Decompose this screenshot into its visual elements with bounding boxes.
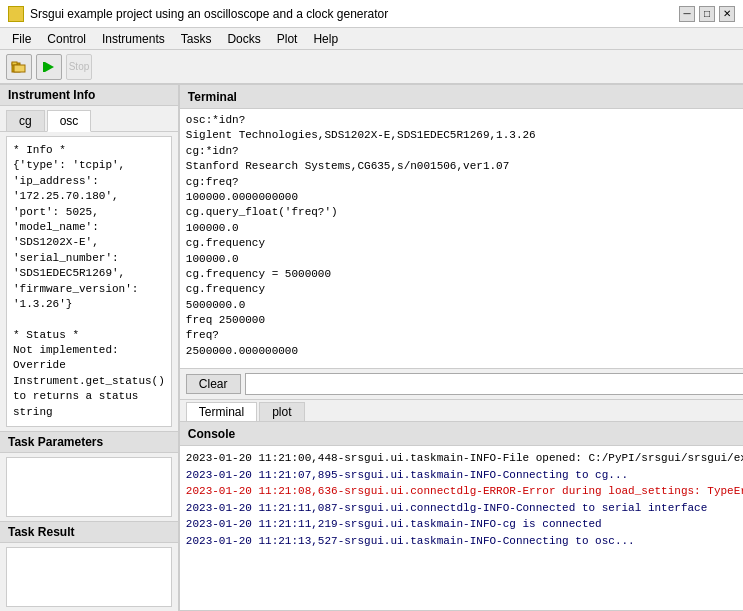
info-line-1: * Info * — [13, 143, 165, 158]
console-title: Console — [188, 427, 235, 441]
tab-osc[interactable]: osc — [47, 110, 92, 132]
close-button[interactable]: ✕ — [719, 6, 735, 22]
terminal-line: 5000000.0 — [186, 298, 743, 313]
terminal-input[interactable] — [245, 373, 743, 395]
menu-control[interactable]: Control — [39, 30, 94, 48]
maximize-button[interactable]: □ — [699, 6, 715, 22]
right-panel: Terminal ✕ osc:*idn?Siglent Technologies… — [179, 84, 743, 611]
terminal-line: 100000.0 — [186, 221, 743, 236]
task-parameters-content — [6, 457, 172, 517]
left-panel: Instrument Info cg osc * Info * {'type':… — [0, 84, 179, 611]
menu-help[interactable]: Help — [305, 30, 346, 48]
terminal-line: cg:*idn? — [186, 144, 743, 159]
instrument-info-content: * Info * {'type': 'tcpip', 'ip_address':… — [6, 136, 172, 427]
minimize-button[interactable]: ─ — [679, 6, 695, 22]
terminal-line: osc:*idn? — [186, 113, 743, 128]
task-result-content — [6, 547, 172, 607]
menu-file[interactable]: File — [4, 30, 39, 48]
terminal-line: 2500000.000000000 — [186, 344, 743, 359]
stop-label: Stop — [69, 61, 90, 72]
info-line-2: {'type': 'tcpip', 'ip_address': '172.25.… — [13, 158, 165, 204]
console-panel-header: Console ✕ — [179, 421, 743, 445]
svg-rect-4 — [43, 62, 45, 72]
console-line: 2023-01-20 11:21:13,527-srsgui.ui.taskma… — [186, 533, 743, 550]
terminal-line: cg.frequency = 5000000 — [186, 267, 743, 282]
menu-tasks[interactable]: Tasks — [173, 30, 220, 48]
menu-docks[interactable]: Docks — [219, 30, 268, 48]
task-parameters-section: Task Parameters — [0, 431, 178, 521]
open-button[interactable] — [6, 54, 32, 80]
info-status-header: * Status * — [13, 328, 165, 343]
info-line-3: 'port': 5025, 'model_name': 'SDS1202X-E'… — [13, 205, 165, 251]
info-status-line2: Instrument.get_status() to returns a sta… — [13, 374, 165, 420]
terminal-panel-header: Terminal ✕ — [179, 84, 743, 108]
terminal-tabs-bar: Terminal plot — [179, 399, 743, 421]
menu-bar: File Control Instruments Tasks Docks Plo… — [0, 28, 743, 50]
title-bar-left: Srsgui example project using an oscillos… — [8, 6, 388, 22]
instrument-info-header: Instrument Info — [0, 84, 178, 106]
main-layout: Instrument Info cg osc * Info * {'type':… — [0, 84, 743, 611]
terminal-input-bar: Clear Send — [179, 368, 743, 399]
task-result-section: Task Result — [0, 521, 178, 611]
console-line: 2023-01-20 11:21:08,636-srsgui.ui.connec… — [186, 483, 743, 500]
title-bar-controls: ─ □ ✕ — [679, 6, 735, 22]
terminal-line: 100000.0 — [186, 252, 743, 267]
terminal-line: Siglent Technologies,SDS1202X-E,SDS1EDEC… — [186, 128, 743, 143]
terminal-tab-terminal[interactable]: Terminal — [186, 402, 257, 421]
task-result-header: Task Result — [0, 521, 178, 543]
info-line-5: 'firmware_version': '1.3.26'} — [13, 282, 165, 313]
terminal-section: Terminal ✕ osc:*idn?Siglent Technologies… — [179, 84, 743, 421]
app-icon — [8, 6, 24, 22]
run-button[interactable] — [36, 54, 62, 80]
console-line: 2023-01-20 11:21:11,087-srsgui.ui.connec… — [186, 500, 743, 517]
window-title: Srsgui example project using an oscillos… — [30, 7, 388, 21]
menu-plot[interactable]: Plot — [269, 30, 306, 48]
console-section: Console ✕ 2023-01-20 11:21:00,448-srsgui… — [179, 421, 743, 611]
tab-cg[interactable]: cg — [6, 110, 45, 131]
stop-button[interactable]: Stop — [66, 54, 92, 80]
info-status-line1: Not implemented: Override — [13, 343, 165, 374]
toolbar: Stop — [0, 50, 743, 84]
terminal-line: 100000.0000000000 — [186, 190, 743, 205]
instrument-info-section: Instrument Info cg osc * Info * {'type':… — [0, 84, 178, 431]
svg-rect-2 — [14, 65, 25, 72]
console-line: 2023-01-20 11:21:07,895-srsgui.ui.taskma… — [186, 467, 743, 484]
instrument-tabs-bar: cg osc — [0, 106, 178, 132]
info-line-4: 'serial_number': 'SDS1EDEC5R1269', — [13, 251, 165, 282]
console-line: 2023-01-20 11:21:00,448-srsgui.ui.taskma… — [186, 450, 743, 467]
terminal-line: freq 2500000 — [186, 313, 743, 328]
task-parameters-header: Task Parameters — [0, 431, 178, 453]
title-bar: Srsgui example project using an oscillos… — [0, 0, 743, 28]
terminal-line: cg.frequency — [186, 236, 743, 251]
svg-marker-3 — [45, 62, 54, 72]
console-output: 2023-01-20 11:21:00,448-srsgui.ui.taskma… — [179, 445, 743, 611]
menu-instruments[interactable]: Instruments — [94, 30, 173, 48]
terminal-line: cg:freq? — [186, 175, 743, 190]
terminal-output: osc:*idn?Siglent Technologies,SDS1202X-E… — [179, 108, 743, 368]
terminal-tab-plot[interactable]: plot — [259, 402, 304, 421]
terminal-line: Stanford Research Systems,CG635,s/n00150… — [186, 159, 743, 174]
clear-button[interactable]: Clear — [186, 374, 241, 394]
terminal-line: cg.frequency — [186, 282, 743, 297]
info-spacer — [13, 312, 165, 327]
terminal-title: Terminal — [188, 90, 237, 104]
console-line: 2023-01-20 11:21:11,219-srsgui.ui.taskma… — [186, 516, 743, 533]
terminal-line: cg.query_float('freq?') — [186, 205, 743, 220]
terminal-line: freq? — [186, 328, 743, 343]
